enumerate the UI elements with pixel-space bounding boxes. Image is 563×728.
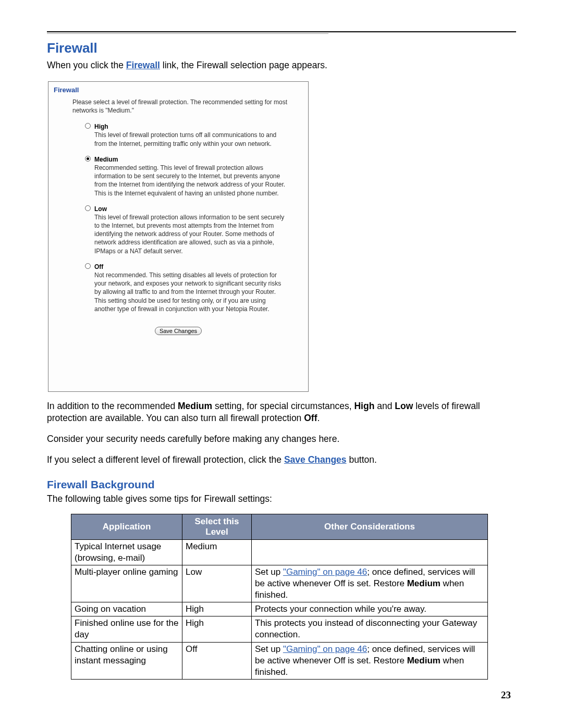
save-changes-button[interactable]: Save Changes	[155, 327, 202, 335]
paragraph-consider: Consider your security needs carefully b…	[47, 433, 516, 446]
heading-firewall-background: Firewall Background	[47, 478, 516, 491]
top-rule	[47, 31, 516, 32]
p1-a: In addition to the recommended	[47, 401, 178, 411]
header-level: Select this Level	[182, 514, 252, 539]
cell-other: Set up "Gaming" on page 46; once defined…	[252, 565, 488, 602]
intro-text-before: When you click the	[47, 60, 126, 70]
p1-off: Off	[304, 413, 317, 423]
p1-i: .	[317, 413, 320, 423]
option-medium[interactable]: Medium Recommended setting. This level o…	[48, 152, 308, 202]
gaming-xref-link[interactable]: "Gaming" on page 46	[283, 567, 367, 577]
option-off[interactable]: Off Not recommended. This setting disabl…	[48, 260, 308, 317]
p3-a: If you select a different level of firew…	[47, 454, 284, 465]
option-low[interactable]: Low This level of firewall protection al…	[48, 202, 308, 260]
p1-e: and	[374, 401, 395, 411]
cell-application: Going on vacation	[71, 602, 182, 616]
page-number: 23	[501, 689, 511, 701]
radio-medium[interactable]	[85, 156, 91, 162]
cell-level: High	[182, 616, 252, 642]
cell-level: High	[182, 602, 252, 616]
p1-medium: Medium	[178, 401, 212, 411]
document-page: Firewall When you click the Firewall lin…	[0, 0, 563, 728]
bold-text: Medium	[407, 578, 440, 588]
radio-off[interactable]	[85, 263, 91, 269]
gaming-xref-link[interactable]: "Gaming" on page 46	[283, 644, 367, 654]
firewall-tips-table: Application Select this Level Other Cons…	[71, 514, 488, 680]
option-medium-desc: Recommended setting. This level of firew…	[94, 164, 287, 198]
cell-other	[252, 539, 488, 565]
table-row: Multi-player online gamingLowSet up "Gam…	[71, 565, 488, 602]
table-row: Going on vacationHighProtects your conne…	[71, 602, 488, 616]
top-rule-light	[47, 33, 328, 34]
option-high[interactable]: High This level of firewall protection t…	[48, 119, 308, 152]
radio-dot-icon	[87, 157, 89, 160]
table-header-row: Application Select this Level Other Cons…	[71, 514, 488, 539]
option-low-label: Low	[94, 205, 301, 213]
option-low-desc: This level of firewall protection allows…	[94, 213, 287, 255]
cell-application: Typical Internet usage (browsing, e-mail…	[71, 539, 182, 565]
p1-c: setting, for special circumstances,	[212, 401, 354, 411]
cell-application: Chatting online or using instant messagi…	[71, 642, 182, 679]
option-high-label: High	[94, 122, 301, 131]
firewall-panel: Firewall Please select a level of firewa…	[48, 81, 309, 392]
heading-firewall: Firewall	[47, 40, 516, 56]
save-changes-link[interactable]: Save Changes	[284, 454, 347, 465]
header-application: Application	[71, 514, 182, 539]
intro-paragraph: When you click the Firewall link, the Fi…	[47, 59, 516, 72]
table-row: Typical Internet usage (browsing, e-mail…	[71, 539, 488, 565]
cell-level: Medium	[182, 539, 252, 565]
paragraph-table-intro: The following table gives some tips for …	[47, 493, 516, 505]
cell-other: This protects you instead of disconnecti…	[252, 616, 488, 642]
radio-low[interactable]	[85, 205, 91, 211]
cell-application: Finished online use for the day	[71, 616, 182, 642]
cell-other: Protects your connection while you're aw…	[252, 602, 488, 616]
intro-text-after: link, the Firewall selection page appear…	[163, 60, 327, 70]
option-medium-label: Medium	[94, 155, 301, 164]
panel-button-row: Save Changes	[48, 317, 308, 343]
cell-other: Set up "Gaming" on page 46; once defined…	[252, 642, 488, 679]
cell-level: Low	[182, 565, 252, 602]
panel-intro: Please select a level of firewall protec…	[48, 96, 308, 120]
radio-high[interactable]	[85, 123, 91, 129]
table-row: Finished online use for the dayHighThis …	[71, 616, 488, 642]
option-off-label: Off	[94, 263, 301, 271]
paragraph-additional-levels: In addition to the recommended Medium se…	[47, 400, 516, 425]
header-other: Other Considerations	[252, 514, 488, 539]
table-row: Chatting online or using instant messagi…	[71, 642, 488, 679]
option-high-desc: This level of firewall protection turns …	[94, 131, 287, 147]
p3-b: button.	[347, 454, 377, 465]
option-off-desc: Not recommended. This setting disables a…	[94, 271, 287, 313]
cell-application: Multi-player online gaming	[71, 565, 182, 602]
bold-text: Medium	[407, 656, 440, 665]
cell-level: Off	[182, 642, 252, 679]
p1-low: Low	[395, 401, 413, 411]
p1-high: High	[354, 401, 374, 411]
panel-title: Firewall	[48, 82, 308, 96]
paragraph-save-changes: If you select a different level of firew…	[47, 454, 516, 466]
firewall-link[interactable]: Firewall	[126, 60, 160, 70]
